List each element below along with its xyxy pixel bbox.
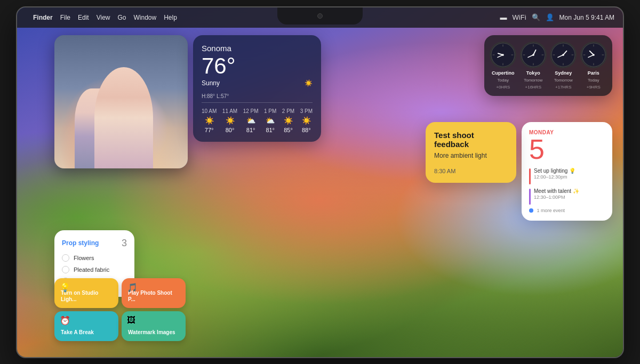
event-time-1: 12:30–1:00PM <box>534 195 579 200</box>
reminder-text-0: Flowers <box>74 255 94 261</box>
clock-relation-cupertino: Today <box>498 78 509 83</box>
shortcut-icon-0: 💡 <box>60 282 70 293</box>
hour-time-0: 10 AM <box>202 108 217 114</box>
clock-sydney: Sydney Tomorrow +17HRS <box>550 42 577 90</box>
notes-body: More ambient light <box>434 152 508 159</box>
calendar-date: 5 <box>529 135 605 163</box>
wifi-icon[interactable]: WiFi <box>513 13 526 21</box>
notes-time: 8:30 AM <box>434 168 508 174</box>
hour-time-1: 11 AM <box>222 108 237 114</box>
notch <box>277 7 363 25</box>
shortcut-icon-1: 🎵 <box>127 282 138 293</box>
event-details-1: Meet with talent ✨ 12:30–1:00PM <box>534 188 579 200</box>
event-dot-purple <box>529 189 531 205</box>
menu-edit[interactable]: Edit <box>78 14 89 21</box>
reminder-item-0: Flowers <box>62 254 127 262</box>
menu-finder[interactable]: Finder <box>33 14 53 21</box>
svg-point-7 <box>502 54 504 56</box>
clock-face-sydney <box>550 42 577 68</box>
clock-face-tokyo <box>520 42 547 68</box>
camera <box>317 13 323 19</box>
clock-cupertino: Cupertino Today +0HRS <box>490 42 517 90</box>
shortcut-btn-1[interactable]: 🎵 Play Photo Shoot P... <box>122 278 186 308</box>
datetime: Mon Jun 5 9:41 AM <box>559 14 614 21</box>
weather-temperature: 76° <box>202 55 313 77</box>
shortcut-icon-3: 🖼 <box>127 316 135 325</box>
menu-window[interactable]: Window <box>134 14 157 21</box>
clock-relation-tokyo: Tomorrow <box>524 78 542 83</box>
weather-hour-3: 1 PM ⛅ 81° <box>264 108 276 133</box>
calendar-widget[interactable]: Monday 5 Set up lighting 💡 12:00–12:30pm… <box>522 122 612 221</box>
clock-city-sydney: Sydney <box>555 70 572 76</box>
event-time-0: 12:00–12:30pm <box>534 174 575 180</box>
weather-condition: Sunny ☀️ <box>202 79 313 87</box>
menu-go[interactable]: Go <box>118 14 126 21</box>
menu-help[interactable]: Help <box>164 14 177 21</box>
user-icon[interactable]: 👤 <box>546 13 554 21</box>
weather-widget[interactable]: Sonoma 76° Sunny ☀️ H:88° L:57° 10 AM ☀️… <box>193 35 321 142</box>
clock-tokyo: Tokyo Tomorrow +16HRS <box>520 42 547 90</box>
clock-face-paris <box>580 42 607 68</box>
notes-widget[interactable]: Test shoot feedback More ambient light 8… <box>426 122 516 183</box>
weather-hour-0: 10 AM ☀️ 77° <box>202 108 217 133</box>
shortcut-label-2: Take A Break <box>61 329 94 336</box>
battery-icon[interactable]: ▬ <box>500 13 507 21</box>
calendar-event-0: Set up lighting 💡 12:00–12:30pm <box>529 167 605 184</box>
reminder-circle-1 <box>62 266 69 273</box>
hour-temp-2: 81° <box>246 127 255 133</box>
event-dot-red <box>529 168 531 184</box>
weather-forecast: 10 AM ☀️ 77° 11 AM ☀️ 80° 12 PM ⛅ 81° 1 … <box>202 102 313 133</box>
hour-icon-2: ⛅ <box>246 116 255 125</box>
menu-view[interactable]: View <box>97 14 110 21</box>
photo-widget <box>54 35 188 168</box>
reminders-title: Prop styling <box>62 239 99 247</box>
reminder-item-1: Pleated fabric <box>62 266 127 273</box>
clock-offset-sydney: +17HRS <box>555 85 571 90</box>
hour-temp-3: 81° <box>266 127 275 133</box>
calendar-event-1: Meet with talent ✨ 12:30–1:00PM <box>529 188 605 205</box>
hour-time-5: 3 PM <box>300 108 313 114</box>
menu-file[interactable]: File <box>60 14 70 21</box>
hour-icon-3: ⛅ <box>266 116 275 125</box>
hour-time-4: 2 PM <box>282 108 294 114</box>
shortcut-btn-3[interactable]: 🖼 Watermark Images <box>122 311 186 341</box>
clock-city-paris: Paris <box>588 70 599 76</box>
clock-relation-paris: Today <box>588 78 599 83</box>
menubar-left: Finder File Edit View Go Window Help <box>26 14 493 21</box>
svg-point-31 <box>593 54 595 56</box>
event-title-1: Meet with talent ✨ <box>534 188 579 195</box>
reminders-count: 3 <box>122 238 127 249</box>
clock-paris: Paris Today +9HRS <box>580 42 607 90</box>
clock-offset-cupertino: +0HRS <box>496 85 510 90</box>
hour-icon-1: ☀️ <box>226 116 235 125</box>
svg-point-23 <box>562 54 564 56</box>
weather-highlow: H:88° L:57° <box>202 93 313 99</box>
hour-temp-1: 80° <box>226 127 235 133</box>
weather-city: Sonoma <box>202 44 313 53</box>
weather-hour-4: 2 PM ☀️ 85° <box>282 108 294 133</box>
clock-relation-sydney: Tomorrow <box>554 78 573 83</box>
mac-frame: Finder File Edit View Go Window Help ▬ W… <box>16 6 624 358</box>
hour-temp-0: 77° <box>205 127 214 133</box>
hour-time-2: 12 PM <box>243 108 259 114</box>
clock-face-cupertino <box>490 42 516 68</box>
shortcut-btn-0[interactable]: 💡 Turn on Studio Ligh... <box>54 278 118 308</box>
more-event-dot <box>529 208 533 213</box>
reminder-text-1: Pleated fabric <box>74 266 109 273</box>
hour-icon-5: ☀️ <box>302 116 311 125</box>
svg-point-15 <box>532 54 534 56</box>
menubar-right: ▬ WiFi 🔍 👤 Mon Jun 5 9:41 AM <box>500 13 614 21</box>
weather-condition-text: Sunny <box>202 79 220 87</box>
weather-hour-5: 3 PM ☀️ 88° <box>300 108 313 133</box>
shortcuts-grid: 💡 Turn on Studio Ligh... 🎵 Play Photo Sh… <box>54 278 186 341</box>
event-details-0: Set up lighting 💡 12:00–12:30pm <box>534 167 575 180</box>
shortcut-btn-2[interactable]: ⏰ Take A Break <box>54 311 118 341</box>
clock-city-cupertino: Cupertino <box>492 70 515 76</box>
notes-title: Test shoot feedback <box>434 131 508 149</box>
clock-offset-tokyo: +16HRS <box>525 85 541 90</box>
search-icon[interactable]: 🔍 <box>532 13 540 21</box>
clock-offset-paris: +9HRS <box>587 85 601 90</box>
hour-icon-0: ☀️ <box>205 116 214 125</box>
hour-temp-4: 85° <box>284 127 293 133</box>
weather-sun-icon: ☀️ <box>305 79 313 87</box>
